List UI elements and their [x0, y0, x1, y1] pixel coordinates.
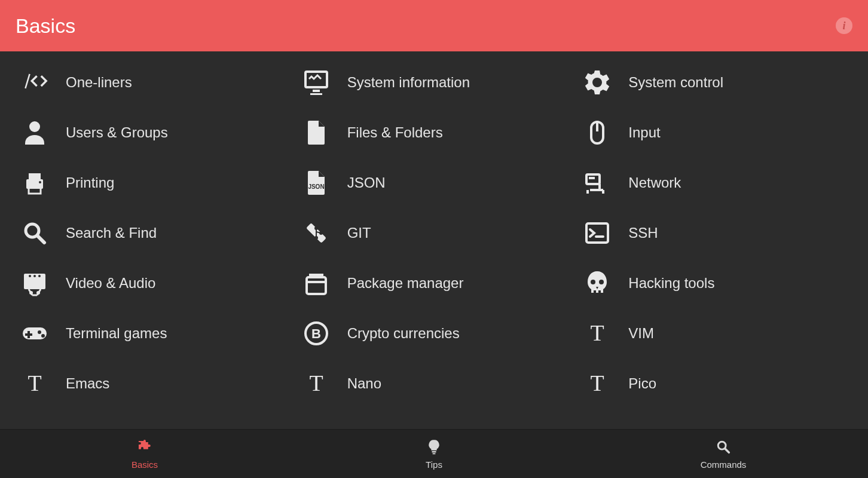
category-label: Pico: [628, 375, 656, 392]
search-icon: [18, 216, 51, 250]
gear-icon: [580, 66, 614, 99]
category-label: Emacs: [66, 375, 109, 392]
category-item-json[interactable]: JSON: [294, 158, 575, 208]
text-icon: [18, 367, 51, 400]
info-icon: i: [842, 20, 845, 32]
category-label: Users & Groups: [66, 124, 168, 141]
bitcoin-icon: [299, 317, 333, 350]
category-label: System information: [347, 74, 470, 91]
category-label: Package manager: [347, 275, 464, 292]
monitor-icon: [299, 66, 333, 99]
category-label: SSH: [628, 225, 658, 241]
category-label: Search & Find: [66, 225, 157, 241]
code-icon: [18, 66, 51, 99]
user-icon: [18, 116, 51, 149]
category-label: Files & Folders: [347, 124, 443, 141]
terminal-icon: [580, 216, 614, 250]
category-grid: One-liners System information System con…: [0, 51, 868, 429]
category-label: One-liners: [66, 74, 132, 91]
text-icon: [299, 367, 333, 400]
category-item-emacs[interactable]: Emacs: [12, 358, 294, 409]
category-item-printing[interactable]: Printing: [12, 158, 294, 208]
category-item-crypto-currencies[interactable]: Crypto currencies: [294, 308, 575, 358]
puzzle-icon: [136, 439, 153, 458]
nav-tab-commands[interactable]: Commands: [579, 430, 868, 478]
nav-tab-basics[interactable]: Basics: [0, 430, 289, 478]
info-button[interactable]: i: [836, 17, 852, 34]
category-label: System control: [628, 74, 723, 91]
category-label: Hacking tools: [628, 275, 714, 292]
category-item-nano[interactable]: Nano: [294, 358, 575, 409]
category-label: Video & Audio: [66, 275, 155, 292]
bulb-icon: [426, 439, 442, 458]
category-label: GIT: [347, 225, 371, 241]
nav-label: Commands: [701, 459, 747, 470]
file-icon: [299, 116, 333, 149]
category-item-system-information[interactable]: System information: [294, 57, 575, 108]
mouse-icon: [580, 116, 614, 149]
search-icon: [715, 439, 732, 458]
category-item-video-audio[interactable]: Video & Audio: [12, 258, 294, 308]
category-item-files-folders[interactable]: Files & Folders: [294, 108, 575, 158]
bottom-navigation: Basics Tips Commands: [0, 429, 868, 478]
skull-icon: [580, 266, 614, 300]
video-icon: [18, 266, 51, 300]
printer-icon: [18, 166, 51, 200]
git-icon: [299, 216, 333, 250]
category-label: JSON: [347, 174, 386, 191]
category-item-hacking-tools[interactable]: Hacking tools: [574, 258, 856, 308]
text-icon: [580, 317, 614, 350]
category-item-users-groups[interactable]: Users & Groups: [12, 108, 294, 158]
page-title: Basics: [16, 14, 75, 38]
category-label: Printing: [66, 174, 114, 191]
nav-label: Basics: [132, 459, 158, 470]
category-item-vim[interactable]: VIM: [574, 308, 856, 358]
category-item-network[interactable]: Network: [574, 158, 856, 208]
category-item-input[interactable]: Input: [574, 108, 856, 158]
nav-tab-tips[interactable]: Tips: [289, 430, 579, 478]
category-label: Network: [628, 174, 681, 191]
package-icon: [299, 266, 333, 300]
category-item-ssh[interactable]: SSH: [574, 208, 856, 258]
category-label: Input: [628, 124, 660, 141]
category-label: Nano: [347, 375, 381, 392]
category-label: Terminal games: [66, 325, 167, 342]
category-label: VIM: [628, 325, 654, 342]
category-item-system-control[interactable]: System control: [574, 57, 856, 108]
category-item-one-liners[interactable]: One-liners: [12, 57, 294, 108]
category-item-git[interactable]: GIT: [294, 208, 575, 258]
category-item-search-find[interactable]: Search & Find: [12, 208, 294, 258]
category-label: Crypto currencies: [347, 325, 460, 342]
json-icon: [299, 166, 333, 200]
category-item-package-manager[interactable]: Package manager: [294, 258, 575, 308]
gamepad-icon: [18, 317, 51, 350]
top-app-bar: Basics i: [0, 0, 868, 51]
category-item-pico[interactable]: Pico: [574, 358, 856, 409]
nav-label: Tips: [426, 459, 442, 470]
category-item-terminal-games[interactable]: Terminal games: [12, 308, 294, 358]
text-icon: [580, 367, 614, 400]
network-icon: [580, 166, 614, 200]
